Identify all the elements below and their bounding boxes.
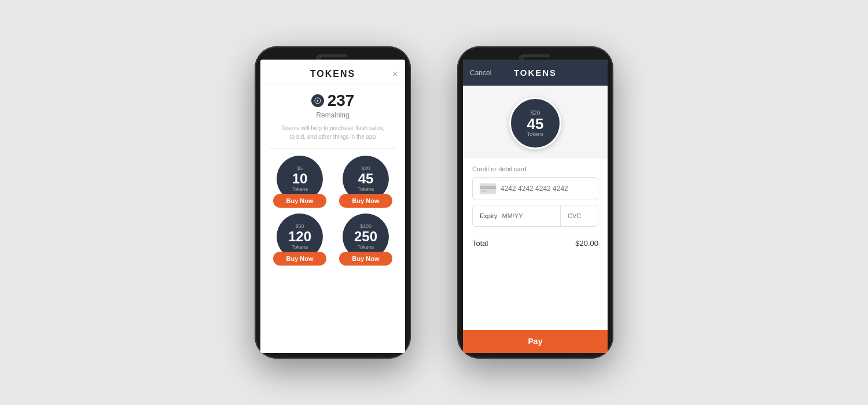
circle-tokens-0: Tokens: [292, 186, 308, 192]
token-packages: $5 10 Tokens Buy Now $20 45 Tokens Buy N…: [260, 149, 405, 273]
left-phone-screen: TOKENS × ✦ 237 Remaining Tokens will hel…: [260, 60, 405, 353]
svg-rect-3: [480, 186, 496, 189]
left-phone: TOKENS × ✦ 237 Remaining Tokens will hel…: [255, 46, 411, 359]
right-phone: Cancel TOKENS $20 45 Tokens Credit or de…: [457, 46, 613, 359]
total-row: Total $20.00: [472, 234, 598, 252]
expiry-section: Expiry: [473, 207, 560, 225]
modal-title: TOKENS: [310, 69, 355, 79]
selected-token-circle: $20 45 Tokens: [509, 97, 561, 149]
circle-tokens-3: Tokens: [358, 244, 374, 250]
package-5-dollar: $5 10 Tokens Buy Now: [270, 156, 330, 208]
credit-card-icon: [480, 183, 496, 194]
modal-header: TOKENS ×: [260, 60, 405, 84]
selected-amount: 45: [527, 116, 544, 131]
svg-rect-4: [481, 190, 486, 192]
package-100-dollar: $100 250 Tokens Buy Now: [336, 213, 396, 266]
circle-tokens-2: Tokens: [292, 244, 308, 250]
right-phone-screen: Cancel TOKENS $20 45 Tokens Credit or de…: [463, 60, 608, 353]
circle-amount-0: 10: [292, 172, 308, 186]
phone-speaker-right: [521, 54, 550, 57]
package-50-dollar: $50 120 Tokens Buy Now: [270, 213, 330, 266]
svg-text:✦: ✦: [316, 99, 319, 103]
buy-now-button-0[interactable]: Buy Now: [273, 194, 326, 208]
total-amount: $20.00: [575, 239, 598, 248]
card-number-input[interactable]: [501, 185, 591, 193]
circle-amount-1: 45: [358, 172, 374, 186]
pay-button[interactable]: Pay: [463, 330, 608, 353]
tokens-modal: TOKENS × ✦ 237 Remaining Tokens will hel…: [260, 60, 405, 353]
buy-now-button-2[interactable]: Buy Now: [273, 252, 326, 266]
token-count-section: ✦ 237 Remaining: [311, 84, 355, 124]
buy-now-button-1[interactable]: Buy Now: [339, 194, 392, 208]
token-description: Tokens will help to purchase flash sales…: [270, 124, 396, 149]
payment-form: Credit or debit card Expiry: [463, 159, 608, 353]
total-label: Total: [472, 239, 488, 248]
cvc-input[interactable]: [568, 212, 591, 219]
cvc-section: [561, 207, 598, 225]
token-icon-count: ✦ 237: [311, 91, 355, 110]
cancel-button[interactable]: Cancel: [470, 69, 491, 77]
payment-screen: Cancel TOKENS $20 45 Tokens Credit or de…: [463, 60, 608, 353]
circle-amount-2: 120: [288, 230, 311, 244]
token-count: 237: [328, 91, 355, 110]
selected-tokens-label: Tokens: [527, 131, 544, 137]
package-20-dollar: $20 45 Tokens Buy Now: [336, 156, 396, 208]
circle-amount-3: 250: [354, 230, 377, 244]
card-section-label: Credit or debit card: [472, 165, 598, 172]
expiry-input[interactable]: [502, 212, 531, 219]
payment-token-display: $20 45 Tokens: [463, 86, 608, 159]
expiry-cvc-row: Expiry: [472, 205, 598, 227]
payment-header: Cancel TOKENS: [463, 60, 608, 86]
phone-speaker: [318, 54, 347, 57]
token-coin-icon: ✦: [311, 94, 324, 107]
circle-tokens-1: Tokens: [358, 186, 374, 192]
expiry-label: Expiry: [480, 212, 498, 219]
close-button[interactable]: ×: [392, 69, 398, 79]
buy-now-button-3[interactable]: Buy Now: [339, 252, 392, 266]
remaining-label: Remaining: [316, 111, 349, 119]
card-number-row[interactable]: [472, 177, 598, 200]
